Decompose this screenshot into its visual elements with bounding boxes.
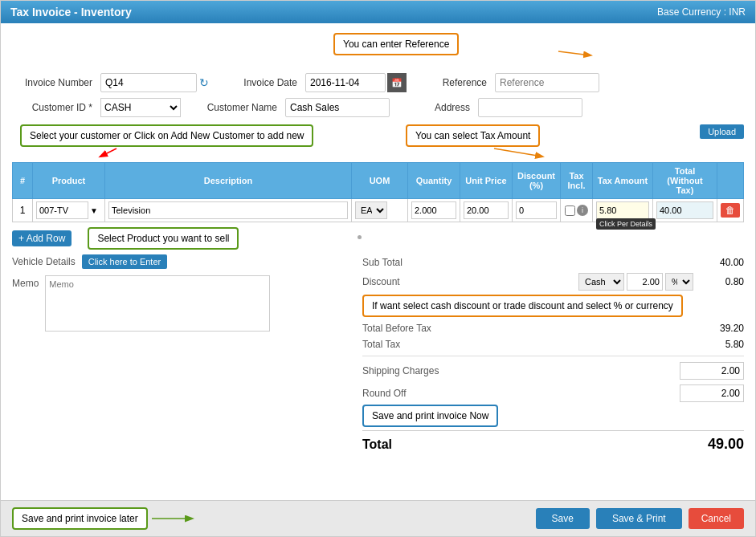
calendar-icon[interactable]: 📅: [387, 73, 407, 92]
delete-row-button[interactable]: 🗑: [721, 203, 740, 218]
round-off-label: Round Off: [362, 388, 406, 399]
svg-line-1: [100, 148, 116, 157]
discount-amount-input[interactable]: [627, 273, 663, 291]
header-title: Tax Invoice - Inventory: [10, 6, 132, 18]
discount-symbol-select[interactable]: % INR: [665, 273, 693, 291]
row-num: 1: [13, 199, 33, 222]
row-product: ▼: [33, 199, 105, 222]
discount-annotation-box: If want select cash discount or trade di…: [362, 295, 683, 317]
product-dropdown-arrow[interactable]: ▼: [90, 206, 98, 215]
vehicle-details-button[interactable]: Click here to Enter: [82, 254, 167, 269]
customer-name-input[interactable]: [285, 98, 390, 117]
total-row: Total 49.00: [362, 430, 744, 458]
memo-label: Memo: [12, 275, 39, 289]
add-row-area: + Add Row Select Product you want to sel…: [12, 227, 744, 250]
invoice-date-group: 📅: [305, 73, 407, 92]
sub-total-label: Sub Total: [362, 257, 403, 268]
total-tax-row: Total Tax 5.80: [362, 336, 744, 352]
tax-incl-checkbox[interactable]: [565, 205, 575, 216]
col-unit-price: Unit Price: [460, 163, 513, 199]
invoice-number-input[interactable]: [100, 73, 197, 92]
save-now-annotation-box: Save and print invoice Now: [362, 405, 498, 427]
sub-total-row: Sub Total 40.00: [362, 254, 744, 271]
memo-row: Memo: [12, 275, 349, 332]
row-discount: [513, 199, 561, 222]
col-uom: UOM: [352, 163, 408, 199]
row-description: [105, 199, 352, 222]
row-discount-input[interactable]: [516, 201, 557, 219]
svg-line-2: [494, 148, 542, 157]
dot-marker: [358, 235, 362, 239]
customer-callout: Select your customer or Click on Add New…: [20, 124, 313, 147]
col-description: Description: [105, 163, 352, 199]
customer-id-select[interactable]: CASH: [100, 98, 181, 117]
save-later-annotation-area: Save and print invoice later: [12, 507, 200, 530]
customer-id-group: CASH: [100, 98, 181, 117]
quantity-input[interactable]: [411, 201, 456, 219]
cancel-button[interactable]: Cancel: [689, 508, 744, 529]
total-value: 49.00: [708, 436, 744, 453]
discount-row: Discount Cash Trade % INR 0.80: [362, 271, 744, 293]
discount-annotation-area: If want select cash discount or trade di…: [362, 293, 744, 317]
row-uom: EA: [352, 199, 408, 222]
col-quantity: Quantity: [408, 163, 460, 199]
discount-type-select[interactable]: Cash Trade: [578, 273, 624, 291]
col-tax-amount: Tax Amount: [593, 163, 653, 199]
vehicle-details-label: Vehicle Details: [12, 256, 76, 267]
total-before-tax-value: 39.20: [696, 323, 744, 334]
row-quantity: [408, 199, 460, 222]
upload-btn-area: Upload: [700, 124, 744, 139]
middle-annotations-area: Select your customer or Click on Add New…: [12, 120, 744, 161]
row-delete: 🗑: [717, 199, 744, 222]
refresh-icon[interactable]: ↻: [199, 76, 209, 89]
invoice-number-label: Invoice Number: [12, 77, 92, 88]
row-total-input[interactable]: [656, 201, 713, 219]
save-print-button[interactable]: Save & Print: [596, 508, 682, 529]
col-product: Product: [33, 163, 105, 199]
reference-callout: You can enter Reference: [333, 33, 459, 55]
tax-amount-input[interactable]: [596, 201, 649, 219]
save-button[interactable]: Save: [536, 508, 590, 529]
reference-annotation-box: You can enter Reference: [333, 33, 459, 55]
svg-line-0: [558, 51, 590, 55]
vehicle-details-row: Vehicle Details Click here to Enter: [12, 254, 349, 269]
row-tax-amount: Click Per Details: [593, 199, 653, 222]
left-section: Vehicle Details Click here to Enter Memo: [12, 254, 349, 458]
discount-controls: Cash Trade % INR 0.80: [578, 273, 744, 291]
table-row: 1 ▼ EA: [13, 199, 744, 222]
unit-price-input[interactable]: [464, 201, 509, 219]
invoice-date-label: Invoice Date: [233, 77, 297, 88]
product-input[interactable]: [36, 201, 88, 219]
col-tax-incl: Tax Incl.: [561, 163, 593, 199]
svg-point-3: [358, 235, 362, 239]
invoice-number-group: ↻: [100, 73, 209, 92]
row-total: [653, 199, 717, 222]
invoice-date-input[interactable]: [305, 73, 386, 92]
form-row-1: Invoice Number ↻ Invoice Date 📅 Referenc…: [12, 73, 744, 92]
tax-callout: You can select Tax Amount: [406, 124, 540, 147]
col-action: [717, 163, 744, 199]
total-label: Total: [362, 437, 392, 452]
description-input[interactable]: [108, 201, 348, 219]
tax-annotation-box: You can select Tax Amount: [406, 124, 540, 147]
header-currency: Base Currency : INR: [657, 6, 746, 18]
save-later-arrow: [152, 511, 200, 527]
discount-label: Discount: [362, 276, 400, 287]
content-area: You can enter Reference: [1, 23, 755, 500]
shipping-charges-input[interactable]: [680, 362, 744, 380]
reference-input[interactable]: [495, 73, 599, 92]
upload-button[interactable]: Upload: [700, 124, 744, 139]
total-tax-label: Total Tax: [362, 339, 400, 350]
address-input[interactable]: [478, 98, 582, 117]
add-row-button[interactable]: + Add Row: [12, 230, 72, 246]
total-before-tax-label: Total Before Tax: [362, 323, 431, 334]
bottom-section: Vehicle Details Click here to Enter Memo…: [12, 254, 744, 458]
uom-select[interactable]: EA: [355, 201, 387, 219]
shipping-charges-row: Shipping Charges: [362, 360, 744, 382]
info-icon[interactable]: i: [577, 205, 588, 216]
memo-input[interactable]: [45, 275, 270, 332]
round-off-input[interactable]: [680, 384, 744, 402]
col-discount: Discount (%): [513, 163, 561, 199]
click-details-tooltip: Click Per Details: [596, 218, 656, 229]
discount-value: 0.80: [696, 276, 744, 287]
